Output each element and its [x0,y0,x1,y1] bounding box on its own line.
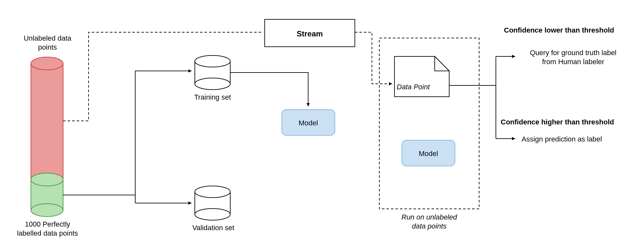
conf-low-title: Confidence lower than threshold [504,26,633,35]
svg-point-6 [31,173,63,186]
svg-point-1 [31,57,63,70]
stream-label: Stream [265,29,355,39]
conf-high-title: Confidence higher than threshold [501,118,636,127]
data-point-label: Data Point [397,83,437,92]
conf-high-sub: Assign prediction as label [522,135,625,144]
cylinder-labeled [31,173,63,217]
cylinder-validation [195,186,230,220]
training-set-label: Training set [190,93,235,102]
labeled-title: 1000 Perfectlylabelled data points [13,220,82,238]
conf-low-sub: Query for ground truth labelfrom Human l… [522,48,625,66]
validation-set-label: Validation set [188,223,238,232]
model-bottom-label: Model [402,149,455,158]
svg-rect-0 [31,63,63,180]
svg-point-11 [195,78,230,90]
svg-point-17 [195,186,230,198]
run-caption: Run on unlabeleddata points [392,213,466,230]
unlabeled-title: Unlabeled datapoints [19,34,76,52]
cylinder-training [195,55,230,90]
svg-point-7 [31,204,63,217]
model-top-label: Model [282,119,335,128]
cylinder-unlabeled [31,57,63,186]
svg-point-16 [195,209,230,220]
svg-point-12 [195,55,230,67]
